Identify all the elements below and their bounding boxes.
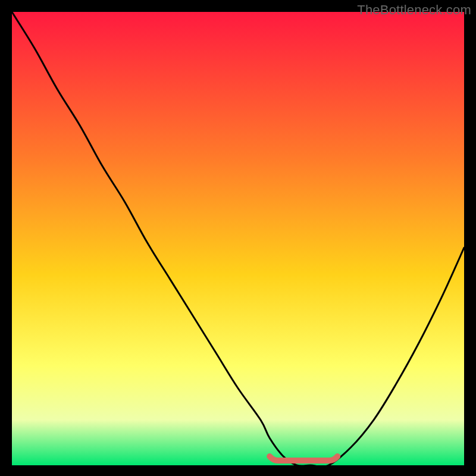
gradient-background <box>12 12 464 465</box>
chart-frame <box>12 12 464 465</box>
bottleneck-plot <box>12 12 464 465</box>
watermark-text: TheBottleneck.com <box>357 2 471 18</box>
